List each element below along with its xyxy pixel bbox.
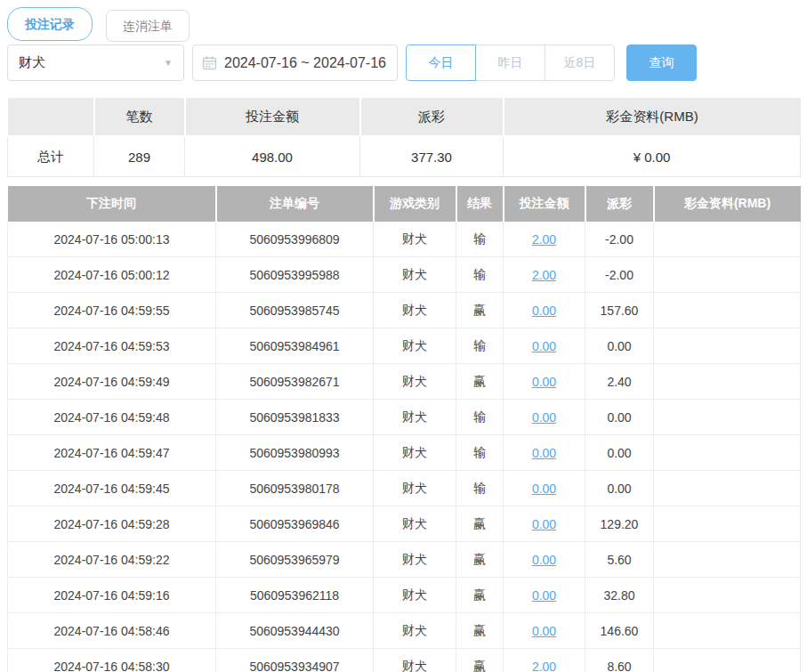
today-button[interactable]: 今日 (406, 45, 476, 81)
payout-cell: 157.60 (585, 293, 654, 328)
bet-time-cell: 2024-07-16 04:59:48 (8, 400, 216, 435)
bonus-cell (654, 471, 801, 506)
bonus-cell (654, 613, 801, 649)
result-cell: 赢 (456, 293, 504, 328)
summary-header-payout: 派彩 (360, 98, 504, 136)
result-cell: 输 (456, 471, 504, 506)
summary-header-bet-amount: 投注金额 (185, 98, 360, 136)
summary-total-payout: 377.30 (360, 136, 504, 177)
bet-amount-link[interactable]: 0.00 (532, 482, 556, 496)
bet-amount-link[interactable]: 0.00 (532, 446, 556, 460)
result-cell: 输 (456, 435, 504, 471)
bet-amount-link[interactable]: 0.00 (532, 410, 556, 425)
payout-cell: 0.00 (585, 328, 654, 364)
records-header-payout: 派彩 (585, 186, 654, 222)
bet-time-cell: 2024-07-16 04:58:46 (8, 613, 216, 649)
bet-amount-link[interactable]: 2.00 (532, 268, 556, 282)
records-header-bet-time: 下注时间 (8, 186, 216, 222)
payout-cell: 8.60 (585, 649, 654, 672)
bonus-cell (654, 506, 801, 542)
bonus-cell (654, 435, 801, 471)
bet-amount-cell: 2.00 (504, 649, 585, 672)
game-type-cell: 财犬 (374, 222, 456, 257)
result-cell: 输 (456, 400, 504, 435)
quick-date-group: 今日 昨日 近8日 (406, 45, 615, 81)
table-row: 2024-07-16 04:58:305060953934907财犬赢2.008… (8, 649, 801, 672)
records-header-row: 下注时间 注单编号 游戏类别 结果 投注金额 派彩 彩金资料(RMB) (8, 186, 801, 222)
bet-amount-link[interactable]: 2.00 (532, 232, 556, 247)
order-number-cell: 5060953985745 (216, 293, 374, 328)
summary-header-row: 笔数 投注金额 派彩 彩金资料(RMB) (8, 98, 801, 136)
bet-amount-link[interactable]: 0.00 (532, 375, 556, 389)
result-cell: 输 (456, 328, 504, 364)
order-number-cell: 5060953995988 (216, 257, 374, 293)
payout-cell: 32.80 (585, 578, 654, 613)
table-row: 2024-07-16 04:59:485060953981833财犬输0.000… (8, 400, 801, 435)
bonus-cell (654, 328, 801, 364)
payout-cell: 129.20 (585, 506, 654, 542)
bet-amount-link[interactable]: 0.00 (532, 304, 556, 318)
bonus-cell (654, 222, 801, 257)
query-button[interactable]: 查询 (626, 45, 697, 81)
bet-amount-link[interactable]: 0.00 (532, 339, 556, 353)
game-type-cell: 财犬 (374, 293, 456, 328)
records-header-order-number: 注单编号 (216, 186, 374, 222)
order-number-cell: 5060953969846 (216, 506, 374, 542)
bet-amount-link[interactable]: 0.00 (532, 588, 556, 603)
payout-cell: 0.00 (585, 400, 654, 435)
table-row: 2024-07-16 04:59:475060953980993财犬输0.000… (8, 435, 801, 471)
bet-time-cell: 2024-07-16 05:00:12 (8, 257, 216, 293)
tab-cancelled-orders[interactable]: 连消注单 (106, 10, 190, 42)
game-type-cell: 财犬 (374, 435, 456, 471)
table-row: 2024-07-16 04:59:165060953962118财犬赢0.003… (8, 578, 801, 613)
bet-time-cell: 2024-07-16 04:58:30 (8, 649, 216, 672)
payout-cell: 2.40 (585, 364, 654, 400)
game-type-cell: 财犬 (374, 328, 456, 364)
tabs: 投注记录 连消注单 (7, 7, 800, 39)
order-number-cell: 5060953984961 (216, 328, 374, 364)
bonus-cell (654, 578, 801, 613)
order-number-cell: 5060953980178 (216, 471, 374, 506)
last-8-days-button[interactable]: 近8日 (545, 45, 615, 81)
date-range-value: 2024-07-16 ~ 2024-07-16 (224, 55, 386, 71)
bonus-cell (654, 257, 801, 293)
summary-total-row: 总计 289 498.00 377.30 ¥ 0.00 (8, 136, 801, 177)
summary-total-label: 总计 (8, 136, 94, 177)
game-type-cell: 财犬 (374, 649, 456, 672)
table-row: 2024-07-16 05:00:135060953996809财犬输2.00-… (8, 222, 801, 257)
bonus-cell (654, 649, 801, 672)
table-row: 2024-07-16 04:59:225060953965979财犬赢0.005… (8, 542, 801, 578)
table-row: 2024-07-16 04:59:495060953982671财犬赢0.002… (8, 364, 801, 400)
game-select[interactable]: 财犬 ▼ (7, 45, 184, 81)
bet-amount-cell: 0.00 (504, 613, 585, 649)
yesterday-button[interactable]: 昨日 (475, 45, 545, 81)
order-number-cell: 5060953981833 (216, 400, 374, 435)
order-number-cell: 5060953996809 (216, 222, 374, 257)
game-type-cell: 财犬 (374, 257, 456, 293)
bet-amount-link[interactable]: 2.00 (532, 660, 556, 672)
bet-amount-link[interactable]: 0.00 (532, 517, 556, 531)
bet-amount-cell: 0.00 (504, 506, 585, 542)
game-type-cell: 财犬 (374, 542, 456, 578)
records-header-bonus: 彩金资料(RMB) (654, 186, 801, 222)
bet-time-cell: 2024-07-16 04:59:47 (8, 435, 216, 471)
bonus-cell (654, 364, 801, 400)
bet-time-cell: 2024-07-16 04:59:22 (8, 542, 216, 578)
payout-cell: 0.00 (585, 435, 654, 471)
tab-bet-records[interactable]: 投注记录 (7, 7, 93, 41)
bet-time-cell: 2024-07-16 04:59:45 (8, 471, 216, 506)
date-range-input[interactable]: 2024-07-16 ~ 2024-07-16 (192, 45, 398, 81)
bet-amount-link[interactable]: 0.00 (532, 624, 556, 638)
bet-amount-cell: 0.00 (504, 293, 585, 328)
bet-amount-link[interactable]: 0.00 (532, 553, 556, 567)
records-header-game-type: 游戏类别 (374, 186, 456, 222)
bet-amount-cell: 0.00 (504, 400, 585, 435)
payout-cell: 0.00 (585, 471, 654, 506)
bet-time-cell: 2024-07-16 04:59:53 (8, 328, 216, 364)
result-cell: 输 (456, 222, 504, 257)
game-type-cell: 财犬 (374, 613, 456, 649)
result-cell: 赢 (456, 364, 504, 400)
calendar-icon (202, 55, 217, 70)
table-row: 2024-07-16 04:58:465060953944430财犬赢0.001… (8, 613, 801, 649)
game-type-cell: 财犬 (374, 471, 456, 506)
